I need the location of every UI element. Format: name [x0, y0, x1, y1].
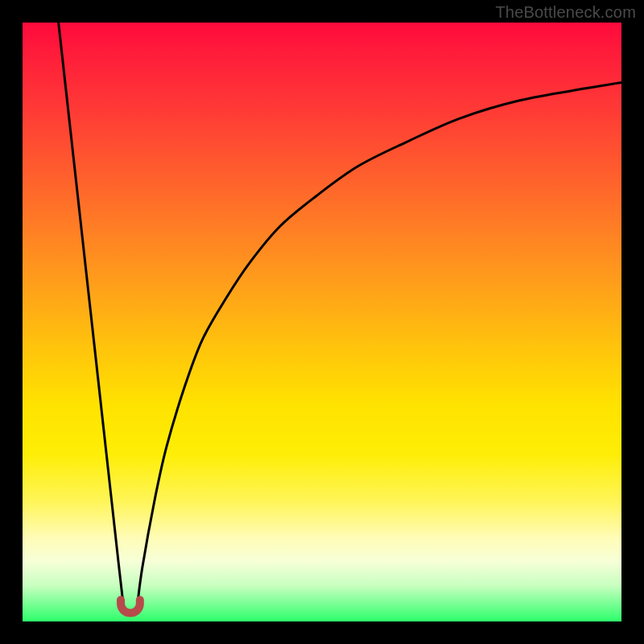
watermark-text: TheBottleneck.com: [495, 3, 636, 22]
plot-area: [23, 23, 621, 621]
curve-right-branch: [138, 82, 621, 603]
tip-notch: [121, 600, 140, 613]
curve-left-branch: [59, 23, 123, 604]
bottleneck-curve: [23, 23, 621, 621]
chart-frame: TheBottleneck.com: [0, 0, 644, 644]
